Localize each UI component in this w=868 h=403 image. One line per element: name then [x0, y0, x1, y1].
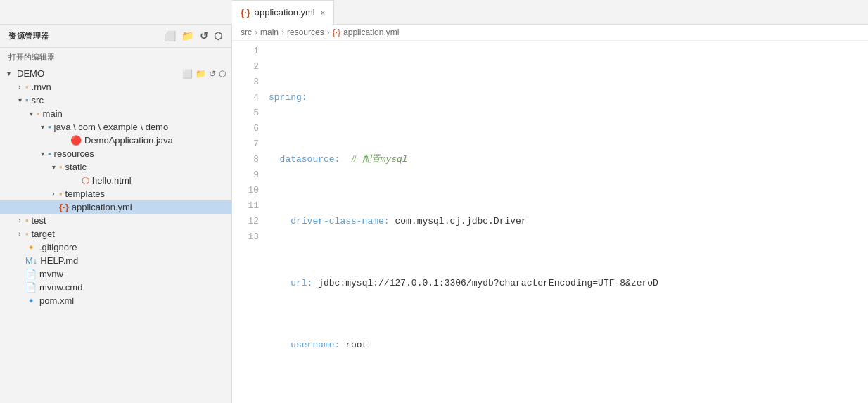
tree-item-target[interactable]: › ▪ target — [0, 227, 231, 241]
static-label: static — [65, 162, 231, 172]
tree-item-pomxml[interactable]: 🔹 pom.xml — [0, 294, 231, 307]
code-line-4: url: jdbc:mysql://127.0.0.1:3306/mydb?ch… — [266, 276, 868, 291]
new-folder-icon[interactable]: 📁 — [181, 30, 194, 41]
tree-item-main[interactable]: ▾ ▪ main — [0, 107, 231, 120]
hello-label: hello.html — [92, 175, 231, 186]
token: datasource: — [269, 152, 351, 167]
static-folder-icon: ▪ — [59, 162, 63, 172]
token: com.mysql.cj.jdbc.Driver — [395, 214, 526, 229]
line-num-11: 11 — [232, 198, 259, 214]
tree-item-gitignore[interactable]: 🔸 .gitignore — [0, 241, 231, 254]
arrow-icon: ▾ — [37, 150, 48, 158]
mvnw-icon: 📄 — [25, 269, 37, 279]
arrow-icon: ▾ — [48, 163, 59, 171]
html-file-icon: ⬡ — [82, 175, 89, 186]
line-num-12: 12 — [232, 214, 259, 229]
gitignore-label: .gitignore — [39, 242, 231, 252]
tab-label: application.yml — [255, 7, 315, 18]
arrow-icon: ▾ — [3, 70, 14, 77]
git-icon: 🔸 — [25, 242, 37, 252]
token: password: — [269, 399, 345, 403]
code-line-3: driver-class-name: com.mysql.cj.jdbc.Dri… — [266, 214, 868, 229]
bc-appyml: application.yml — [343, 27, 399, 37]
tab-application-yml[interactable]: {·} application.yml × — [232, 0, 334, 25]
test-label: test — [32, 215, 231, 226]
code-content[interactable]: spring: datasource: # 配置mysql driver-cla… — [266, 41, 868, 403]
resources-label: resources — [54, 148, 231, 159]
new-file-icon-demo[interactable]: ⬜ — [182, 69, 193, 79]
open-editors-section[interactable]: 打开的编辑器 — [0, 48, 231, 67]
new-file-icon[interactable]: ⬜ — [164, 30, 177, 41]
tree-item-templates[interactable]: › ▪ templates — [0, 187, 231, 200]
test-folder-icon: ▪ — [25, 215, 29, 226]
tree-item-mvnw[interactable]: 📄 mvnw — [0, 267, 231, 281]
new-folder-icon-demo[interactable]: 📁 — [196, 69, 206, 79]
appyml-label: application.yml — [72, 202, 231, 212]
main-folder-icon: ▪ — [37, 108, 40, 119]
tab-close-button[interactable]: × — [321, 8, 325, 17]
sidebar: 资源管理器 ⬜ 📁 ↺ ⬡ 打开的编辑器 ▾ DEMO ⬜ 📁 ↺ ⬡ — [0, 25, 232, 403]
token: spring: — [269, 90, 307, 105]
tree-item-helpmd[interactable]: M↓ HELP.md — [0, 254, 231, 267]
refresh-icon[interactable]: ↺ — [200, 30, 209, 41]
bc-sep-2: › — [281, 27, 284, 37]
cmd-icon: 📄 — [25, 282, 37, 293]
line-num-1: 1 — [232, 44, 259, 59]
sidebar-tree: ▾ DEMO ⬜ 📁 ↺ ⬡ › ▪ .mvn ▾ ▪ src — [0, 67, 231, 403]
token: # 配置mysql — [351, 152, 408, 167]
src-label: src — [32, 95, 231, 105]
tab-bar: {·} application.yml × — [0, 0, 868, 25]
code-line-5: username: root — [266, 338, 868, 353]
tree-item-test[interactable]: › ▪ test — [0, 214, 231, 227]
line-num-7: 7 — [232, 136, 259, 152]
templates-folder-icon: ▪ — [59, 188, 63, 199]
collapse-icon-demo[interactable]: ⬡ — [219, 69, 226, 79]
templates-label: templates — [65, 188, 231, 199]
line-num-6: 6 — [232, 121, 259, 136]
arrow-icon: ▾ — [14, 96, 25, 104]
bc-main: main — [260, 27, 279, 37]
java-folder-icon: ▪ — [48, 122, 51, 132]
arrow-icon: › — [14, 230, 25, 238]
line-num-2: 2 — [232, 59, 259, 75]
mvnw-label: mvnw — [39, 269, 231, 279]
arrow-icon: ▾ — [25, 110, 37, 117]
bc-src: src — [241, 27, 252, 37]
md-icon: M↓ — [25, 255, 37, 266]
tree-item-mvnwcmd[interactable]: 📄 mvnw.cmd — [0, 281, 231, 294]
line-num-10: 10 — [232, 183, 259, 198]
arrow-icon: › — [48, 190, 59, 198]
sidebar-title: 资源管理器 — [8, 31, 49, 41]
tree-item-demoapplication[interactable]: 🔴 DemoApplication.java — [0, 134, 231, 147]
mvn-label: .mvn — [32, 82, 231, 92]
java-file-icon: 🔴 — [70, 135, 82, 146]
tree-item-appyml[interactable]: {·} application.yml — [0, 200, 231, 214]
tree-item-mvn[interactable]: › ▪ .mvn — [0, 80, 231, 94]
breadcrumb: src › main › resources › {·} application… — [232, 25, 868, 41]
collapse-icon[interactable]: ⬡ — [214, 30, 223, 41]
yaml-file-icon: {·} — [59, 202, 69, 212]
line-num-13: 13 — [232, 229, 259, 245]
helpmd-label: HELP.md — [40, 255, 231, 266]
tree-item-src[interactable]: ▾ ▪ src — [0, 94, 231, 107]
refresh-icon-demo[interactable]: ↺ — [209, 69, 216, 79]
resources-folder-icon: ▪ — [48, 148, 51, 159]
yaml-icon: {·} — [241, 7, 250, 18]
line-num-3: 3 — [232, 75, 259, 90]
editor-area: src › main › resources › {·} application… — [232, 25, 868, 403]
tree-item-static[interactable]: ▾ ▪ static — [0, 160, 231, 174]
tree-item-resources[interactable]: ▾ ▪ resources — [0, 147, 231, 160]
bc-sep-1: › — [255, 27, 257, 37]
pomxml-label: pom.xml — [39, 295, 231, 306]
sidebar-header: 资源管理器 ⬜ 📁 ↺ ⬡ — [0, 25, 231, 48]
main-layout: 资源管理器 ⬜ 📁 ↺ ⬡ 打开的编辑器 ▾ DEMO ⬜ 📁 ↺ ⬡ — [0, 25, 868, 403]
tree-item-java[interactable]: ▾ ▪ java \ com \ example \ demo — [0, 120, 231, 134]
java-label: java \ com \ example \ demo — [54, 122, 231, 132]
tree-item-hello[interactable]: ⬡ hello.html — [0, 174, 231, 187]
arrow-icon: › — [14, 217, 25, 224]
code-line-6: password: 123456 — [266, 399, 868, 403]
sidebar-header-icons: ⬜ 📁 ↺ ⬡ — [164, 30, 223, 41]
code-editor[interactable]: 1 2 3 4 5 6 7 8 9 10 11 12 13 spring: — [232, 41, 868, 403]
tree-item-demo[interactable]: ▾ DEMO ⬜ 📁 ↺ ⬡ — [0, 67, 231, 80]
demoapplication-label: DemoApplication.java — [84, 135, 231, 146]
